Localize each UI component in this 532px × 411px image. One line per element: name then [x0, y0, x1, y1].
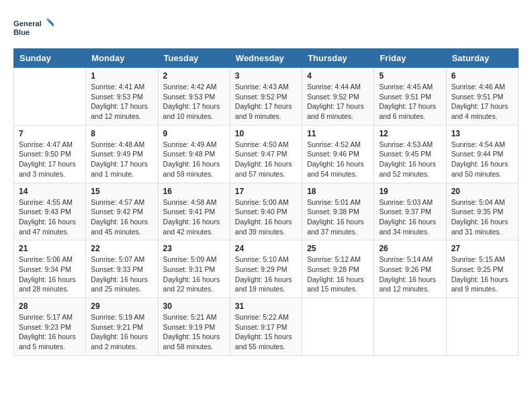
day-number: 26	[379, 244, 441, 253]
day-number: 3	[235, 71, 297, 81]
calendar-cell: 8Sunrise: 4:48 AM Sunset: 9:49 PM Daylig…	[86, 125, 158, 183]
day-info: Sunrise: 5:12 AM Sunset: 9:28 PM Dayligh…	[307, 255, 369, 294]
day-info: Sunrise: 4:55 AM Sunset: 9:43 PM Dayligh…	[19, 197, 81, 237]
day-info: Sunrise: 5:07 AM Sunset: 9:33 PM Dayligh…	[91, 255, 152, 294]
week-row-4: 21Sunrise: 5:06 AM Sunset: 9:34 PM Dayli…	[14, 240, 519, 298]
day-info: Sunrise: 4:49 AM Sunset: 9:48 PM Dayligh…	[163, 140, 225, 179]
calendar-cell: 11Sunrise: 4:52 AM Sunset: 9:46 PM Dayli…	[302, 125, 374, 183]
day-number: 12	[379, 129, 441, 138]
header-wednesday: Wednesday	[230, 49, 302, 68]
day-number: 7	[19, 129, 81, 138]
day-number: 18	[307, 187, 369, 196]
day-number: 1	[91, 71, 152, 81]
calendar-cell: 25Sunrise: 5:12 AM Sunset: 9:28 PM Dayli…	[302, 240, 374, 298]
header-friday: Friday	[374, 49, 446, 68]
calendar-cell: 2Sunrise: 4:42 AM Sunset: 9:53 PM Daylig…	[158, 68, 230, 126]
day-info: Sunrise: 4:50 AM Sunset: 9:47 PM Dayligh…	[235, 140, 297, 179]
calendar-cell: 19Sunrise: 5:03 AM Sunset: 9:37 PM Dayli…	[374, 183, 446, 240]
calendar-cell: 15Sunrise: 4:57 AM Sunset: 9:42 PM Dayli…	[86, 183, 158, 240]
calendar-cell: 4Sunrise: 4:44 AM Sunset: 9:52 PM Daylig…	[302, 68, 374, 126]
calendar-cell: 18Sunrise: 5:01 AM Sunset: 9:38 PM Dayli…	[302, 183, 374, 240]
day-number: 27	[451, 244, 513, 253]
day-number: 20	[451, 187, 513, 196]
day-info: Sunrise: 4:53 AM Sunset: 9:45 PM Dayligh…	[379, 140, 441, 179]
day-number: 19	[379, 187, 441, 196]
logo-svg: General Blue	[13, 13, 54, 42]
day-number: 23	[163, 244, 225, 253]
calendar-table: SundayMondayTuesdayWednesdayThursdayFrid…	[13, 48, 519, 356]
day-number: 2	[163, 71, 225, 81]
day-info: Sunrise: 4:41 AM Sunset: 9:53 PM Dayligh…	[91, 82, 152, 122]
day-number: 30	[163, 302, 225, 311]
header-thursday: Thursday	[302, 49, 374, 68]
day-info: Sunrise: 4:45 AM Sunset: 9:51 PM Dayligh…	[379, 82, 441, 122]
day-info: Sunrise: 4:54 AM Sunset: 9:44 PM Dayligh…	[451, 140, 513, 179]
calendar-cell: 12Sunrise: 4:53 AM Sunset: 9:45 PM Dayli…	[374, 125, 446, 183]
calendar-cell: 23Sunrise: 5:09 AM Sunset: 9:31 PM Dayli…	[158, 240, 230, 298]
calendar-cell: 9Sunrise: 4:49 AM Sunset: 9:48 PM Daylig…	[158, 125, 230, 183]
day-info: Sunrise: 5:06 AM Sunset: 9:34 PM Dayligh…	[19, 255, 81, 294]
day-number: 14	[19, 187, 81, 196]
day-info: Sunrise: 5:22 AM Sunset: 9:17 PM Dayligh…	[235, 312, 297, 352]
day-info: Sunrise: 4:58 AM Sunset: 9:41 PM Dayligh…	[163, 197, 225, 237]
calendar-cell: 5Sunrise: 4:45 AM Sunset: 9:51 PM Daylig…	[374, 68, 446, 126]
day-number: 24	[235, 244, 297, 253]
day-number: 9	[163, 129, 225, 138]
day-number: 22	[91, 244, 152, 253]
calendar-cell: 3Sunrise: 4:43 AM Sunset: 9:52 PM Daylig…	[230, 68, 302, 126]
day-number: 6	[451, 71, 513, 81]
calendar-cell: 24Sunrise: 5:10 AM Sunset: 9:29 PM Dayli…	[230, 240, 302, 298]
week-row-5: 28Sunrise: 5:17 AM Sunset: 9:23 PM Dayli…	[14, 298, 519, 356]
day-number: 11	[307, 129, 369, 138]
day-info: Sunrise: 4:46 AM Sunset: 9:51 PM Dayligh…	[451, 82, 513, 122]
calendar-cell: 21Sunrise: 5:06 AM Sunset: 9:34 PM Dayli…	[14, 240, 86, 298]
calendar-cell: 7Sunrise: 4:47 AM Sunset: 9:50 PM Daylig…	[14, 125, 86, 183]
day-number: 28	[19, 302, 81, 311]
header-monday: Monday	[86, 49, 158, 68]
page-header: General Blue	[13, 13, 519, 42]
day-info: Sunrise: 5:03 AM Sunset: 9:37 PM Dayligh…	[379, 197, 441, 237]
logo: General Blue	[13, 13, 54, 42]
day-number: 21	[19, 244, 81, 253]
day-number: 31	[235, 302, 297, 311]
day-info: Sunrise: 5:04 AM Sunset: 9:35 PM Dayligh…	[451, 197, 513, 237]
calendar-cell: 17Sunrise: 5:00 AM Sunset: 9:40 PM Dayli…	[230, 183, 302, 240]
day-number: 10	[235, 129, 297, 138]
day-number: 25	[307, 244, 369, 253]
day-number: 16	[163, 187, 225, 196]
header-saturday: Saturday	[446, 49, 518, 68]
calendar-cell: 26Sunrise: 5:14 AM Sunset: 9:26 PM Dayli…	[374, 240, 446, 298]
day-number: 17	[235, 187, 297, 196]
day-info: Sunrise: 4:43 AM Sunset: 9:52 PM Dayligh…	[235, 82, 297, 122]
calendar-cell: 30Sunrise: 5:21 AM Sunset: 9:19 PM Dayli…	[158, 298, 230, 356]
day-info: Sunrise: 5:10 AM Sunset: 9:29 PM Dayligh…	[235, 255, 297, 294]
calendar-cell	[374, 298, 446, 356]
day-number: 29	[91, 302, 152, 311]
day-info: Sunrise: 5:21 AM Sunset: 9:19 PM Dayligh…	[163, 312, 225, 352]
day-info: Sunrise: 4:47 AM Sunset: 9:50 PM Dayligh…	[19, 140, 81, 179]
week-row-2: 7Sunrise: 4:47 AM Sunset: 9:50 PM Daylig…	[14, 125, 519, 183]
calendar-cell: 1Sunrise: 4:41 AM Sunset: 9:53 PM Daylig…	[86, 68, 158, 126]
day-info: Sunrise: 4:57 AM Sunset: 9:42 PM Dayligh…	[91, 197, 152, 237]
day-info: Sunrise: 4:52 AM Sunset: 9:46 PM Dayligh…	[307, 140, 369, 179]
calendar-cell: 10Sunrise: 4:50 AM Sunset: 9:47 PM Dayli…	[230, 125, 302, 183]
svg-text:General: General	[13, 19, 42, 28]
day-info: Sunrise: 5:00 AM Sunset: 9:40 PM Dayligh…	[235, 197, 297, 237]
day-info: Sunrise: 5:17 AM Sunset: 9:23 PM Dayligh…	[19, 312, 81, 352]
day-number: 5	[379, 71, 441, 81]
calendar-cell	[446, 298, 518, 356]
calendar-cell: 16Sunrise: 4:58 AM Sunset: 9:41 PM Dayli…	[158, 183, 230, 240]
calendar-cell: 13Sunrise: 4:54 AM Sunset: 9:44 PM Dayli…	[446, 125, 518, 183]
svg-marker-3	[48, 20, 54, 28]
calendar-cell: 28Sunrise: 5:17 AM Sunset: 9:23 PM Dayli…	[14, 298, 86, 356]
week-row-1: 1Sunrise: 4:41 AM Sunset: 9:53 PM Daylig…	[14, 68, 519, 126]
day-info: Sunrise: 5:01 AM Sunset: 9:38 PM Dayligh…	[307, 197, 369, 237]
calendar-cell: 29Sunrise: 5:19 AM Sunset: 9:21 PM Dayli…	[86, 298, 158, 356]
day-info: Sunrise: 4:44 AM Sunset: 9:52 PM Dayligh…	[307, 82, 369, 122]
calendar-cell: 31Sunrise: 5:22 AM Sunset: 9:17 PM Dayli…	[230, 298, 302, 356]
header-row: SundayMondayTuesdayWednesdayThursdayFrid…	[14, 49, 519, 68]
day-info: Sunrise: 4:48 AM Sunset: 9:49 PM Dayligh…	[91, 140, 152, 179]
svg-text:Blue: Blue	[13, 28, 30, 36]
day-info: Sunrise: 5:15 AM Sunset: 9:25 PM Dayligh…	[451, 255, 513, 294]
calendar-cell: 14Sunrise: 4:55 AM Sunset: 9:43 PM Dayli…	[14, 183, 86, 240]
